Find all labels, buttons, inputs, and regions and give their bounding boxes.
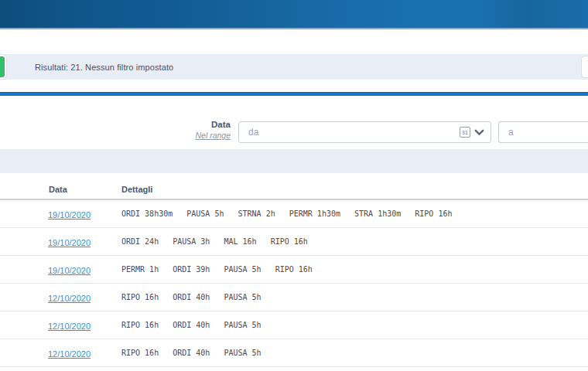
date-to-field[interactable]: [498, 121, 588, 143]
table-row: 19/10/2020 PERMR 1h ORDI 39h PAUSA 5h RI…: [0, 256, 588, 284]
date-from-input[interactable]: [248, 127, 460, 138]
date-link[interactable]: 19/10/2020: [48, 266, 91, 275]
section-divider: [0, 92, 588, 96]
filter-label-data: Data: [122, 120, 231, 129]
date-link[interactable]: 12/10/2020: [48, 294, 91, 303]
table-row: 19/10/2020 ORDI 24h PAUSA 3h MAL 16h RIP…: [0, 228, 588, 256]
calendar-icon[interactable]: 31: [460, 127, 470, 138]
results-text: Risultati: 21. Nessun filtro impostato: [35, 63, 173, 72]
date-link[interactable]: 19/10/2020: [48, 238, 91, 247]
date-to-input[interactable]: [508, 127, 588, 138]
success-indicator-icon: [0, 55, 6, 79]
details-text: ORDI 24h PAUSA 3h MAL 16h RIPO 16h: [121, 237, 308, 246]
table-filter-band: [0, 149, 588, 173]
table-row: 12/10/2020 RIPO 16h ORDI 40h PAUSA 5h: [0, 311, 588, 339]
table-row: 19/10/2020 ORDI 38h30m PAUSA 5h STRNA 2h…: [0, 200, 588, 228]
details-text: RIPO 16h ORDI 40h PAUSA 5h: [121, 349, 262, 357]
top-navigation-bar: [0, 0, 588, 29]
page: Risultati: 21. Nessun filtro impostato D…: [0, 0, 588, 371]
table-row: 12/10/2020 RIPO 16h ORDI 40h PAUSA 5h: [0, 284, 588, 311]
nel-range-link[interactable]: Nel range: [122, 131, 231, 140]
date-link[interactable]: 19/10/2020: [48, 210, 91, 220]
date-link[interactable]: 12/10/2020: [48, 322, 91, 331]
date-from-field[interactable]: 31: [238, 121, 491, 143]
details-text: RIPO 16h ORDI 40h PAUSA 5h: [121, 293, 262, 301]
details-text: PERMR 1h ORDI 39h PAUSA 5h RIPO 16h: [121, 265, 313, 274]
table-header-row: Data Dettagli: [0, 180, 588, 200]
table-body: 19/10/2020 ORDI 38h30m PAUSA 5h STRNA 2h…: [0, 200, 588, 367]
table-row: 12/10/2020 RIPO 16h ORDI 40h PAUSA 5h: [0, 339, 588, 367]
details-text: RIPO 16h ORDI 40h PAUSA 5h: [121, 321, 262, 329]
date-link[interactable]: 12/10/2020: [48, 349, 91, 359]
details-text: ORDI 38h30m PAUSA 5h STRNA 2h PERMR 1h30…: [121, 209, 452, 218]
results-banner: Risultati: 21. Nessun filtro impostato: [0, 54, 588, 80]
column-header-dettagli: Dettagli: [121, 185, 152, 194]
collapsed-side-button[interactable]: [581, 56, 588, 78]
column-header-data: Data: [49, 185, 121, 194]
chevron-down-icon[interactable]: [474, 129, 484, 136]
